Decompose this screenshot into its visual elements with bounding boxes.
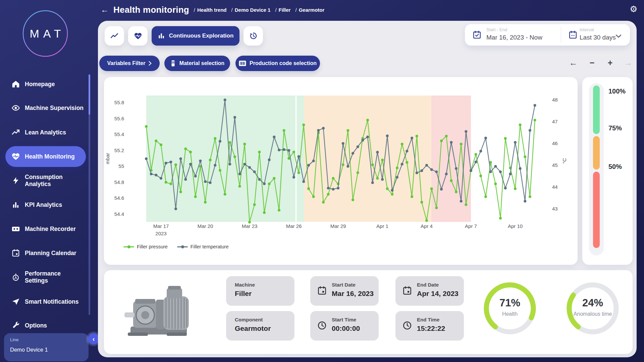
sidebar-item-performance-settings[interactable]: Performance Settings [8,268,91,287]
region-healthy-zone [146,96,304,222]
legend-filler-temperature[interactable]: Filler temperature [177,244,229,249]
start-time-tile: Start Time 00:00:00 [310,311,379,341]
calendar-interval-icon [568,30,578,40]
health-chart-svg: 55.855.655.455.25554.854.654.44847464544… [104,77,578,265]
app-logo: MAT [22,10,68,57]
chevron-right-icon [149,61,152,66]
svg-text:°C: °C [561,158,567,164]
sidebar-item-consumption-analytics[interactable]: Consumption Analytics [8,171,91,190]
svg-text:48: 48 [552,97,558,103]
sidebar-item-smart-notifications[interactable]: Smart Notifications [8,292,91,311]
clock-icon [402,320,412,330]
start-date-tile: Start Date Mar 16, 2023 [310,276,379,306]
svg-text:Mar 29: Mar 29 [330,223,346,229]
cassette-icon [11,225,20,233]
pan-left-button[interactable]: ← [567,56,580,69]
svg-text:47: 47 [552,119,558,124]
sidebar-item-machine-supervision[interactable]: Machine Supervision [8,99,91,117]
sidebar-item-kpi-analytics[interactable]: KPI Analytics [8,195,91,214]
health-trend-chart-card: 55.855.655.455.25554.854.654.44847464544… [104,77,578,265]
paper-plane-icon [11,297,20,306]
zoom-in-button[interactable]: + [604,56,616,69]
machine-tile: Machine Filler [226,276,294,306]
svg-text:54.4: 54.4 [114,211,124,217]
home-icon [11,80,20,88]
line-chart-icon [110,32,119,40]
svg-text:mbar: mbar [105,153,110,164]
variables-filter-button[interactable]: Variables Filter [99,56,160,71]
sidebar-item-health-monitoring[interactable]: Health Monitoring [5,146,86,167]
sidebar: MAT Homepage Machine Supervision Lean An… [0,0,98,362]
production-code-selection-button[interactable]: Production code selection [235,56,320,71]
svg-text:55.6: 55.6 [114,116,124,121]
material-jar-icon [170,60,176,67]
breadcrumb-gearmotor[interactable]: /Gearmotor [295,7,324,13]
svg-text:Apr 4: Apr 4 [421,223,433,229]
continuous-exploration-label: Continuous Exploration [169,33,234,39]
sidebar-item-planning-calendar[interactable]: Planning Calendar [8,244,91,262]
back-button[interactable]: ← [101,5,109,14]
svg-text:45: 45 [552,162,558,168]
component-tile: Component Gearmotor [226,311,294,341]
line-device-selector[interactable]: Line Demo Device 1 [4,333,89,361]
svg-text:Mar 26: Mar 26 [286,223,302,229]
scale-segment-red [593,172,600,248]
zoom-out-button[interactable]: − [586,56,598,69]
sidebar-item-options[interactable]: Options [8,316,91,335]
calendar-icon [11,249,20,257]
start-end-picker[interactable]: Start - End Mar 16, 2023 - Now [465,24,561,46]
sidebar-collapse-button[interactable]: ‹ [88,333,99,345]
interval-value: Last 30 days [580,34,616,41]
svg-text:55: 55 [118,163,124,169]
svg-text:Apr 1: Apr 1 [376,223,388,229]
pressure-series-marker [123,246,134,247]
breadcrumb: /Health trend /Demo Device 1 /Filler /Ge… [194,7,324,13]
trend-view-button[interactable] [105,26,124,46]
trend-up-icon [11,128,20,137]
scale-segment-green [593,85,600,134]
end-time-value: 15:22:22 [417,324,445,333]
svg-text:55.4: 55.4 [114,131,124,137]
anomalous-label: Anomalous time [563,311,622,317]
sidebar-item-lean-analytics[interactable]: Lean Analytics [8,123,91,142]
svg-text:55.2: 55.2 [114,147,124,153]
chart-legend: Filler pressure Filler temperature [123,244,228,249]
health-view-button[interactable] [128,26,148,46]
gearmotor-image [123,282,194,340]
breadcrumb-health-trend[interactable]: /Health trend [194,7,227,13]
sidebar-item-homepage[interactable]: Homepage [8,75,91,94]
plus-icon: + [608,58,613,68]
pan-right-button[interactable]: → [622,56,635,69]
sidebar-scrollbar[interactable] [89,74,90,315]
page-title: Health monitoring [113,5,189,15]
health-label: Health [480,311,539,317]
end-date-value: Apr 14, 2023 [417,290,459,298]
svg-text:Apr 10: Apr 10 [508,223,523,229]
sidebar-scrollbar-thumb[interactable] [89,74,90,115]
sidebar-item-machine-recorder[interactable]: Machine Recorder [8,220,91,238]
history-button[interactable] [244,26,263,46]
scale-label-50: 50% [608,163,631,171]
start-end-value: Mar 16, 2023 - Now [486,34,542,41]
continuous-exploration-tab[interactable]: Continuous Exploration [152,26,239,46]
material-selection-button[interactable]: Material selection [164,56,230,71]
chevron-left-icon: ‹ [93,335,95,343]
end-time-tile: End Time 15:22:22 [395,311,464,341]
heart-pulse-icon [134,32,142,40]
svg-text:2023: 2023 [155,231,166,236]
machine-value: Filler [235,290,252,298]
start-end-label: Start - End [486,27,507,32]
settings-button[interactable]: ⚙ [628,3,639,15]
calendar-icon [402,286,412,296]
svg-text:Mar 17: Mar 17 [153,223,169,229]
component-details-card: Machine Filler Start Date Mar 16, 2023 E… [104,270,633,354]
svg-text:54.6: 54.6 [114,195,124,201]
breadcrumb-filler[interactable]: /Filler [275,7,290,13]
interval-select[interactable]: Interval Last 30 days [561,24,630,46]
region-critical-zone [431,96,471,222]
lightning-icon [11,176,20,185]
legend-filler-pressure[interactable]: Filler pressure [123,244,168,249]
arrow-left-icon: ← [569,58,578,68]
svg-text:43: 43 [552,206,558,212]
breadcrumb-demo-device[interactable]: /Demo Device 1 [231,7,271,13]
